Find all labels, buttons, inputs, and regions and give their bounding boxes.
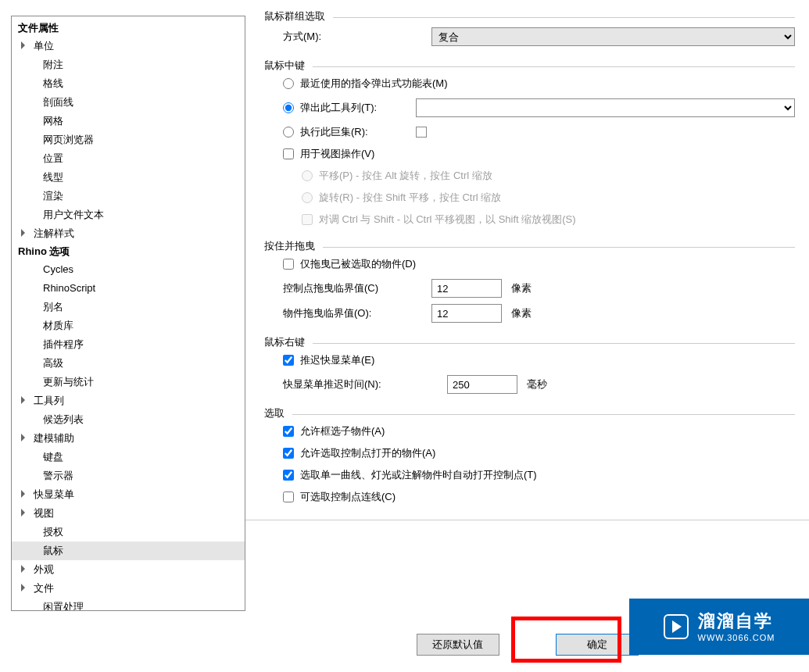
rhino-tree-item-15[interactable]: 鼠标 bbox=[12, 542, 245, 560]
options-tree[interactable]: 文件属性 单位附注格线剖面线网格网页浏览器位置线型渲染用户文件文本注解样式 Rh… bbox=[11, 16, 245, 611]
radio-rotate-sub bbox=[302, 192, 313, 203]
rhino-tree-item-5[interactable]: 高级 bbox=[12, 354, 245, 373]
radio-macro-label: 执行此巨集(R): bbox=[300, 125, 410, 139]
reset-defaults-button[interactable]: 还原默认值 bbox=[417, 634, 499, 656]
rhino-tree-item-0[interactable]: Cycles bbox=[12, 260, 245, 279]
rhino-tree-item-12[interactable]: 快显菜单 bbox=[12, 485, 245, 504]
ok-button[interactable]: 确定 bbox=[556, 634, 639, 656]
check-select-cp-line-label: 可选取控制点连线(C) bbox=[300, 490, 396, 504]
unit-px-1: 像素 bbox=[511, 281, 532, 295]
group-select-title: 鼠标群组选取 bbox=[264, 9, 333, 23]
doc-tree-item-1[interactable]: 附注 bbox=[12, 55, 245, 74]
group-right-title: 鼠标右键 bbox=[264, 335, 313, 349]
unit-ms: 毫秒 bbox=[527, 377, 547, 391]
rhino-tree-item-9[interactable]: 建模辅助 bbox=[12, 429, 245, 448]
check-delay-menu-label: 推迟快显菜单(E) bbox=[300, 353, 374, 367]
watermark-url: WWW.3066.COM bbox=[698, 632, 775, 643]
radio-toolbar-label: 弹出此工具列(T): bbox=[300, 101, 410, 115]
group-middle-title: 鼠标中键 bbox=[264, 59, 313, 73]
radio-recent-commands[interactable] bbox=[283, 78, 294, 89]
check-allow-frame-label: 允许框选子物件(A) bbox=[300, 424, 385, 438]
radio-recent-label: 最近使用的指令弹出式功能表(M) bbox=[300, 77, 448, 91]
rhino-tree-item-1[interactable]: RhinoScript bbox=[12, 279, 245, 298]
delay-time-input[interactable] bbox=[447, 375, 517, 394]
macro-input[interactable] bbox=[416, 127, 427, 138]
rhino-tree-item-3[interactable]: 材质库 bbox=[12, 316, 245, 335]
check-drag-selected[interactable] bbox=[283, 259, 294, 270]
rhino-tree-item-4[interactable]: 插件程序 bbox=[12, 335, 245, 354]
method-select[interactable]: 复合 bbox=[431, 27, 795, 46]
doc-tree-item-9[interactable]: 用户文件文本 bbox=[12, 206, 245, 224]
group-selection-title: 选取 bbox=[264, 406, 292, 420]
check-allow-cp-label: 允许选取控制点打开的物件(A) bbox=[300, 446, 435, 460]
doc-tree-item-0[interactable]: 单位 bbox=[12, 37, 245, 55]
sub-swap-label: 对调 Ctrl 与 Shift - 以 Ctrl 平移视图，以 Shift 缩放… bbox=[319, 213, 576, 227]
obj-threshold-label: 物件拖曳临界值(O): bbox=[283, 306, 431, 320]
group-drag-title: 按住并拖曳 bbox=[264, 239, 323, 253]
check-view-operation[interactable] bbox=[283, 148, 294, 159]
rhino-tree-item-7[interactable]: 工具列 bbox=[12, 391, 245, 410]
check-drag-selected-label: 仅拖曳已被选取的物件(D) bbox=[300, 257, 416, 271]
method-label: 方式(M): bbox=[283, 30, 431, 44]
doc-tree-item-5[interactable]: 网页浏览器 bbox=[12, 130, 245, 149]
rhino-tree-item-6[interactable]: 更新与统计 bbox=[12, 373, 245, 391]
ctrl-pt-threshold-input[interactable] bbox=[431, 279, 502, 298]
check-auto-open-label: 选取单一曲线、灯光或注解物件时自动打开控制点(T) bbox=[300, 468, 537, 482]
radio-popup-toolbar[interactable] bbox=[283, 102, 294, 113]
rhino-tree-item-8[interactable]: 候选列表 bbox=[12, 410, 245, 429]
obj-threshold-input[interactable] bbox=[431, 304, 502, 323]
rhino-tree-item-18[interactable]: 闲置处理 bbox=[12, 598, 245, 611]
play-icon bbox=[664, 614, 689, 639]
rhino-tree-item-11[interactable]: 警示器 bbox=[12, 466, 245, 485]
options-panel: 鼠标群组选取 方式(M): 复合 鼠标中键 最近使用的指令弹出式功能表(M) bbox=[245, 0, 809, 672]
rhino-tree-item-16[interactable]: 外观 bbox=[12, 560, 245, 579]
check-auto-open[interactable] bbox=[283, 470, 294, 481]
ctrl-pt-threshold-label: 控制点拖曳临界值(C) bbox=[283, 281, 431, 295]
check-select-cp-line[interactable] bbox=[283, 491, 294, 502]
rhino-tree-item-17[interactable]: 文件 bbox=[12, 579, 245, 598]
radio-pan-sub bbox=[302, 170, 313, 181]
check-swap-sub bbox=[302, 214, 313, 225]
unit-px-2: 像素 bbox=[511, 306, 532, 320]
doc-tree-item-4[interactable]: 网格 bbox=[12, 112, 245, 130]
check-allow-frame[interactable] bbox=[283, 426, 294, 437]
radio-run-macro[interactable] bbox=[283, 127, 294, 138]
watermark-logo: 溜溜自学 WWW.3066.COM bbox=[629, 599, 809, 655]
toolbar-select[interactable] bbox=[416, 98, 795, 117]
rhino-tree-item-13[interactable]: 视图 bbox=[12, 504, 245, 523]
doc-tree-item-6[interactable]: 位置 bbox=[12, 149, 245, 168]
check-allow-cp[interactable] bbox=[283, 448, 294, 459]
doc-tree-item-8[interactable]: 渲染 bbox=[12, 187, 245, 206]
sub-rot-label: 旋转(R) - 按住 Shift 平移，按住 Ctrl 缩放 bbox=[319, 191, 501, 205]
doc-tree-item-2[interactable]: 格线 bbox=[12, 74, 245, 93]
tree-header-doc: 文件属性 bbox=[12, 20, 245, 37]
rhino-tree-item-2[interactable]: 别名 bbox=[12, 298, 245, 316]
doc-tree-item-3[interactable]: 剖面线 bbox=[12, 93, 245, 112]
doc-tree-item-10[interactable]: 注解样式 bbox=[12, 224, 245, 243]
doc-tree-item-7[interactable]: 线型 bbox=[12, 168, 245, 187]
watermark-name: 溜溜自学 bbox=[698, 610, 775, 633]
sub-pan-label: 平移(P) - 按住 Alt 旋转，按住 Ctrl 缩放 bbox=[319, 169, 492, 183]
rhino-tree-item-14[interactable]: 授权 bbox=[12, 523, 245, 542]
delay-time-label: 快显菜单推迟时间(N): bbox=[283, 377, 447, 391]
check-viewop-label: 用于视图操作(V) bbox=[300, 147, 374, 161]
check-delay-menu[interactable] bbox=[283, 355, 294, 366]
rhino-tree-item-10[interactable]: 键盘 bbox=[12, 448, 245, 466]
tree-header-rhino: Rhino 选项 bbox=[12, 243, 245, 260]
